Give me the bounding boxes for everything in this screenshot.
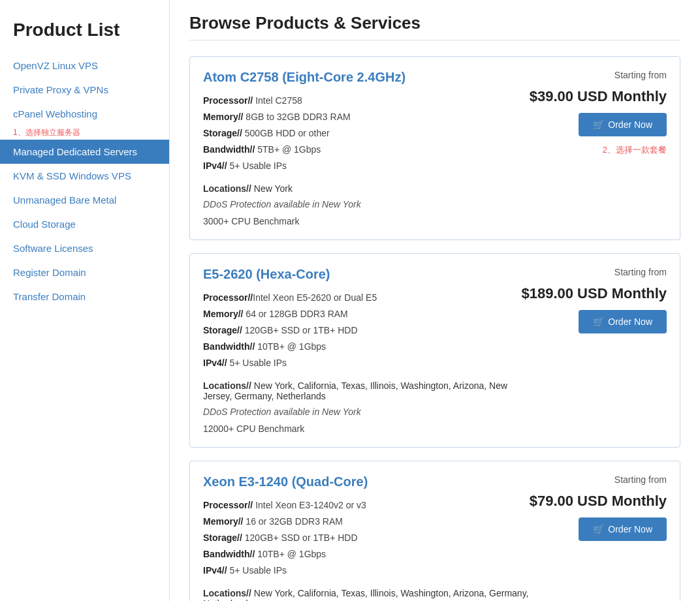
cart-icon: 🛒 [593, 119, 604, 130]
product-info-0: Atom C2758 (Eight-Core 2.4GHz)Processor/… [203, 70, 530, 226]
cart-icon: 🛒 [593, 524, 604, 534]
spec-row: Storage// 500GB HDD or other [203, 127, 530, 140]
sidebar-item-5[interactable]: Unmanaged Bare Metal [0, 188, 169, 212]
sidebar-nav: OpenVZ Linux VPSPrivate Proxy & VPNscPan… [0, 54, 169, 309]
spec-row: Bandwidth// 5TB+ @ 1Gbps [203, 143, 530, 157]
product-location-1: Locations// New York, California, Texas,… [203, 380, 521, 401]
spec-row: Memory// 8GB to 32GB DDR3 RAM [203, 110, 530, 124]
product-price-1: $189.00 USD Monthly [521, 285, 667, 302]
order-button-0[interactable]: 🛒Order Now [579, 113, 667, 136]
spec-row: Bandwidth// 10TB+ @ 1Gbps [203, 340, 521, 354]
product-location-0: Locations// New York [203, 183, 530, 194]
product-benchmark-0: 3000+ CPU Benchmark [203, 216, 530, 226]
product-pricing-2: Starting from$79.00 USD Monthly🛒Order No… [530, 474, 667, 541]
spec-row: Storage// 120GB+ SSD or 1TB+ HDD [203, 324, 521, 337]
order-button-1[interactable]: 🛒Order Now [579, 310, 667, 333]
spec-row: Storage// 120GB+ SSD or 1TB+ HDD [203, 531, 530, 545]
spec-row: Processor// Intel C2758 [203, 94, 530, 108]
product-specs-0: Processor// Intel C2758Memory// 8GB to 3… [203, 94, 530, 173]
sidebar-annotation-2: 1、选择独立服务器 [0, 126, 169, 140]
sidebar-item-7[interactable]: Software Licenses [0, 236, 169, 260]
product-info-1: E5-2620 (Hexa-Core)Processor//Intel Xeon… [203, 267, 521, 434]
product-name-1: E5-2620 (Hexa-Core) [203, 267, 521, 282]
product-name-2: Xeon E3-1240 (Quad-Core) [203, 474, 530, 489]
sidebar-item-8[interactable]: Register Domain [0, 260, 169, 285]
page-title: Browse Products & Services [189, 13, 680, 40]
sidebar-item-1[interactable]: Private Proxy & VPNs [0, 78, 169, 102]
product-pricing-1: Starting from$189.00 USD Monthly🛒Order N… [521, 267, 667, 333]
product-card-0: Atom C2758 (Eight-Core 2.4GHz)Processor/… [189, 56, 680, 240]
sidebar: Product List OpenVZ Linux VPSPrivate Pro… [0, 0, 170, 601]
product-info-2: Xeon E3-1240 (Quad-Core)Processor// Inte… [203, 474, 530, 601]
product-specs-2: Processor// Intel Xeon E3-1240v2 or v3Me… [203, 499, 530, 578]
sidebar-item-3[interactable]: Managed Dedicated Servers [0, 140, 169, 164]
sidebar-item-9[interactable]: Transfer Domain [0, 285, 169, 309]
starting-from-1: Starting from [614, 267, 667, 277]
product-location-2: Locations// New York, California, Texas,… [203, 588, 530, 601]
spec-row: Processor// Intel Xeon E3-1240v2 or v3 [203, 499, 530, 512]
spec-row: Processor//Intel Xeon E5-2620 or Dual E5 [203, 291, 521, 305]
starting-from-2: Starting from [614, 474, 667, 485]
order-button-2[interactable]: 🛒Order Now [579, 517, 667, 541]
spec-row: Memory// 64 or 128GB DDR3 RAM [203, 307, 521, 321]
spec-row: Memory// 16 or 32GB DDR3 RAM [203, 515, 530, 529]
product-ddos-1: DDoS Protection available in New York [203, 407, 521, 417]
product-price-2: $79.00 USD Monthly [530, 493, 667, 510]
product-price-0: $39.00 USD Monthly [530, 88, 667, 105]
spec-row: Bandwidth// 10TB+ @ 1Gbps [203, 547, 530, 561]
main-content: Browse Products & Services Atom C2758 (E… [170, 0, 700, 601]
product-benchmark-1: 12000+ CPU Benchmark [203, 424, 521, 434]
product-card-1: E5-2620 (Hexa-Core)Processor//Intel Xeon… [189, 253, 680, 448]
annotation-2: 2、选择一款套餐 [603, 144, 667, 156]
sidebar-item-2[interactable]: cPanel Webhosting [0, 102, 169, 126]
spec-row: IPv4// 5+ Usable IPs [203, 564, 530, 578]
sidebar-title: Product List [0, 13, 169, 54]
cart-icon: 🛒 [593, 316, 604, 327]
products-container: Atom C2758 (Eight-Core 2.4GHz)Processor/… [189, 56, 680, 601]
starting-from-0: Starting from [614, 70, 667, 80]
product-card-2: Xeon E3-1240 (Quad-Core)Processor// Inte… [189, 461, 680, 601]
spec-row: IPv4// 5+ Usable IPs [203, 356, 521, 370]
sidebar-item-4[interactable]: KVM & SSD Windows VPS [0, 164, 169, 188]
spec-row: IPv4// 5+ Usable IPs [203, 159, 530, 173]
sidebar-item-6[interactable]: Cloud Storage [0, 212, 169, 236]
product-ddos-0: DDoS Protection available in New York [203, 199, 530, 209]
product-name-0: Atom C2758 (Eight-Core 2.4GHz) [203, 70, 530, 85]
product-specs-1: Processor//Intel Xeon E5-2620 or Dual E5… [203, 291, 521, 370]
sidebar-item-0[interactable]: OpenVZ Linux VPS [0, 54, 169, 78]
product-pricing-0: Starting from$39.00 USD Monthly🛒Order No… [530, 70, 667, 156]
